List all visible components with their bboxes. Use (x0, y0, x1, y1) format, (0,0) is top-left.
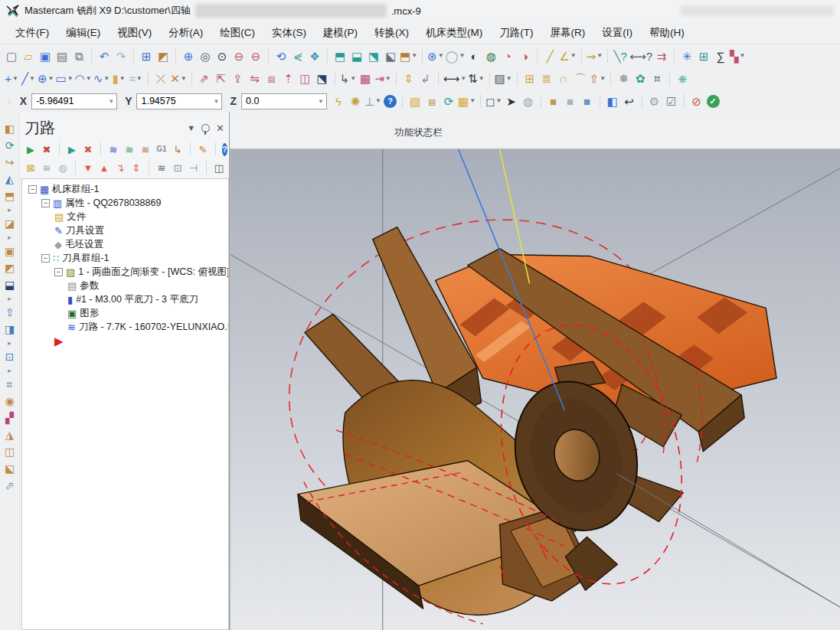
menu-item-9[interactable]: 机床类型(M) (418, 24, 490, 42)
print-icon[interactable]: ▤ (54, 47, 70, 64)
mesh-cube-icon[interactable]: ⌗ (7, 377, 13, 391)
zoom-out-80-icon[interactable]: ⊖ (248, 47, 263, 64)
axis-snap-icon[interactable]: ⊥▼ (364, 93, 381, 109)
select-all-play-icon[interactable]: ▶ (24, 142, 38, 157)
hatch-icon[interactable]: ▨▼ (495, 70, 512, 87)
dropdown-arrow-icon[interactable]: ▼ (600, 76, 606, 82)
dropdown-arrow-icon[interactable]: ▼ (136, 76, 142, 82)
new-file-icon[interactable]: ▢ (4, 47, 19, 64)
surface-swept-icon[interactable]: ⌒ (573, 70, 588, 87)
tree-tool-settings[interactable]: ✎刀具设置 (25, 224, 228, 237)
analyze-distance-icon[interactable]: ⟷? (629, 47, 652, 64)
select-last-icon[interactable]: ▧ (407, 93, 423, 109)
highfeed-icon[interactable]: ✎ (196, 142, 210, 157)
dropdown-arrow-icon[interactable]: ▼ (570, 53, 577, 59)
planes-icon[interactable]: ◯▼ (446, 47, 466, 64)
wire-cube-icon[interactable]: ⌗ (649, 70, 665, 87)
backplot-icon[interactable]: ≋ (106, 142, 120, 157)
create-rect-icon[interactable]: ▭▼ (56, 70, 74, 87)
analyze-entity-icon[interactable]: ╱ (542, 47, 557, 64)
analyze-angle-icon[interactable]: ∠▼ (559, 47, 576, 64)
fast-point-icon[interactable]: ϟ (331, 93, 346, 109)
dropdown-arrow-icon[interactable]: ▼ (103, 76, 109, 82)
gview-menu-icon[interactable]: ⬒▼ (400, 47, 417, 64)
sim-verify-icon[interactable]: ⎈ (675, 70, 690, 87)
select-window-icon[interactable]: ⧈ (424, 93, 440, 109)
more-arrow-icon[interactable]: ▸ (8, 206, 11, 214)
dropdown-arrow-icon[interactable]: ▼ (86, 76, 92, 82)
xform-copy-icon[interactable]: ⇱ (214, 70, 229, 87)
menu-item-6[interactable]: 实体(S) (264, 24, 314, 42)
y-dropdown-icon[interactable]: ▼ (211, 94, 221, 109)
prev-select-icon[interactable]: ↩ (622, 93, 637, 109)
more-arrow-icon[interactable]: ▸ (8, 295, 11, 302)
fit-screen-icon[interactable]: ⊞ (139, 47, 154, 64)
tree-toolpath[interactable]: ≋刀路 - 7.7K - 160702-YELUNXIAO.I (25, 320, 228, 334)
toggle-toolpath-icon[interactable]: ≋ (40, 160, 54, 175)
scroll-icon[interactable]: ⇕ (129, 160, 143, 175)
panel-close-icon[interactable]: ✕ (216, 122, 224, 134)
x-coordinate-input[interactable] (31, 93, 117, 109)
dropdown-arrow-icon[interactable]: ▼ (67, 76, 74, 82)
z-coordinate-input[interactable] (241, 93, 327, 109)
solid-extrude-icon[interactable]: ⇧▼ (590, 70, 606, 87)
more-arrow-icon[interactable]: ▸ (8, 233, 11, 241)
solid-face-icon[interactable]: ■ (546, 93, 561, 109)
note-icon[interactable]: ⇕ (401, 70, 417, 87)
dropdown-arrow-icon[interactable]: ▼ (496, 98, 502, 104)
rotate-view-icon[interactable]: ⋞ (290, 47, 306, 64)
create-surface-icon[interactable]: ≈▼ (128, 70, 143, 87)
auto-cursor-icon[interactable]: ✺ (348, 93, 363, 109)
post-out-icon[interactable]: ↳ (171, 142, 185, 157)
export-cube-icon[interactable]: ⬀ (5, 478, 15, 492)
ghost-icon[interactable]: ◍ (56, 160, 70, 175)
create-line-icon[interactable]: ╱▼ (21, 70, 36, 87)
front-view-icon[interactable]: ⬓ (349, 47, 364, 64)
top-view-icon[interactable]: ⬕ (383, 47, 398, 64)
print-preview-icon[interactable]: ⧉ (71, 47, 87, 64)
tree-machine-group[interactable]: −▦机床群组-1 (25, 182, 228, 196)
shade-edges-icon[interactable]: ◔ (500, 47, 515, 64)
menu-item-13[interactable]: 帮助(H) (642, 24, 692, 42)
zoom-selected-icon[interactable]: ⊕ (181, 47, 196, 64)
menu-item-7[interactable]: 建模(P) (315, 24, 365, 42)
xform-dynamic-icon[interactable]: ⇡ (281, 70, 296, 87)
lift-cube-icon[interactable]: ⇧ (5, 305, 15, 319)
move-up-icon[interactable]: ▲ (97, 160, 111, 175)
dropdown-arrow-icon[interactable]: ▼ (479, 76, 485, 82)
tree-tool-group[interactable]: −∷刀具群组-1 (25, 251, 228, 265)
confirm-icon[interactable]: ✓ (707, 95, 720, 108)
tool-limit-icon[interactable]: ⊣ (187, 160, 201, 175)
open-file-icon[interactable]: ▱ (21, 47, 36, 64)
note-cube-icon[interactable]: ◪ (5, 217, 15, 230)
menu-item-8[interactable]: 转换(X) (367, 24, 417, 42)
chain-options-icon[interactable]: ↳▼ (340, 70, 357, 87)
save-file-icon[interactable]: ▣ (38, 47, 53, 64)
shade-translucent-icon[interactable]: ◑ (517, 47, 532, 64)
dropdown-arrow-icon[interactable]: ▼ (375, 98, 381, 104)
menu-item-4[interactable]: 分析(A) (161, 24, 211, 42)
tree-geometry[interactable]: ▣图形 (25, 306, 228, 320)
wire-cube-icon[interactable]: ⬓ (5, 278, 15, 292)
cube-view-icon[interactable]: ⬒ (5, 189, 15, 203)
dropdown-arrow-icon[interactable]: ▼ (740, 53, 746, 59)
dropdown-arrow-icon[interactable]: ▼ (411, 53, 417, 59)
create-spline-icon[interactable]: ∿▼ (93, 70, 110, 87)
select-all-clear-icon[interactable]: ✖ (40, 142, 54, 157)
ops-manager-icon[interactable]: ⊞ (696, 47, 711, 64)
tree-parameters[interactable]: ▤参数 (25, 279, 228, 292)
select-box-icon[interactable]: ◻▼ (485, 93, 502, 109)
side-view-icon[interactable]: ⬔ (366, 47, 381, 64)
flip-select-icon[interactable]: ◧ (605, 93, 620, 109)
tree-tool[interactable]: ▮#1 - M3.00 平底刀 - 3 平底刀 (25, 292, 228, 306)
interrupt-icon[interactable]: ⊘ (689, 93, 704, 109)
create-cylinder-icon[interactable]: ▮▼ (111, 70, 126, 87)
repaint-icon[interactable]: ◩ (155, 47, 171, 64)
axis-cube-icon[interactable]: ◫ (5, 445, 15, 459)
tree-operation-1[interactable]: −▨1 - 两曲面之间渐变 - [WCS: 俯视图] (25, 265, 228, 279)
zoom-target-icon[interactable]: ⊙ (214, 47, 230, 64)
tree-stock-setup[interactable]: ◆毛坯设置 (25, 237, 228, 251)
iso-view-icon[interactable]: ⬒ (332, 47, 348, 64)
surface-flat-icon[interactable]: ≣ (539, 70, 554, 87)
create-point-icon[interactable]: +▼ (4, 70, 19, 87)
